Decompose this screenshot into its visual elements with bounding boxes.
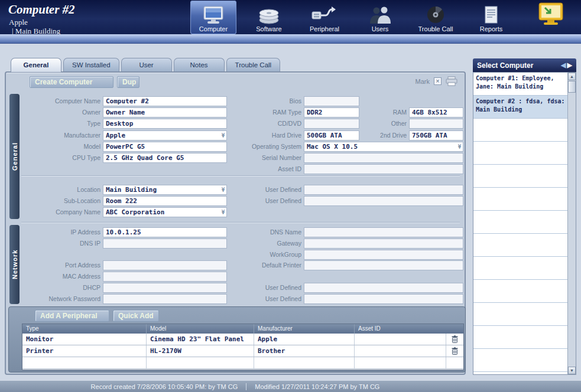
- scroll-up-icon[interactable]: ▲: [568, 73, 576, 80]
- nav-item-software[interactable]: Software: [246, 1, 292, 34]
- column-header-manufacturer: Manufacturer: [254, 324, 355, 334]
- bios-field[interactable]: [304, 96, 359, 106]
- list-item-empty[interactable]: [473, 165, 567, 188]
- scrollbar-thumb[interactable]: [568, 81, 576, 93]
- dropdown-chevron-icon[interactable]: ≫: [220, 133, 226, 138]
- serial-number-label: Serial Number: [245, 153, 301, 163]
- list-item-empty[interactable]: [473, 349, 567, 372]
- user-defined-label: User Defined: [245, 196, 301, 206]
- previous-record-icon[interactable]: ◀: [561, 61, 566, 69]
- section-general-bar: General: [9, 94, 20, 219]
- exit-computer-icon[interactable]: [537, 2, 564, 31]
- list-item-empty[interactable]: [473, 257, 567, 280]
- tab-user[interactable]: User: [121, 58, 172, 71]
- scrollbar[interactable]: ▲ ▼: [567, 73, 576, 374]
- port-address-field[interactable]: [103, 260, 227, 270]
- dns-ip-field[interactable]: [103, 239, 227, 249]
- list-item-selected[interactable]: Computer #2 : fdsa, fdsa: Main Building: [473, 96, 567, 119]
- column-header-asset-id: Asset ID: [355, 324, 463, 334]
- dropdown-chevron-icon[interactable]: ≫: [220, 210, 226, 214]
- list-item-empty[interactable]: [473, 188, 567, 211]
- status-text: Record created 7/28/2006 10:05:40 PM: by…: [5, 381, 466, 392]
- list-item-empty[interactable]: [473, 142, 567, 165]
- section-network-bar: Network: [9, 225, 20, 304]
- computer-icon: [202, 5, 225, 25]
- type-field[interactable]: Desktop: [103, 119, 227, 129]
- asset-id-field[interactable]: [304, 164, 463, 174]
- computer-name-field[interactable]: Computer #2: [103, 96, 227, 106]
- list-item[interactable]: Computer #1: Employee, Jane: Main Buildi…: [473, 73, 567, 96]
- cell-asset-id: [355, 334, 446, 345]
- list-item-empty[interactable]: [473, 234, 567, 257]
- next-record-icon[interactable]: ▶: [567, 61, 572, 69]
- quick-add-button[interactable]: Quick Add: [113, 310, 159, 322]
- list-item-empty[interactable]: [473, 303, 567, 326]
- table-row-empty[interactable]: [22, 357, 463, 369]
- default-printer-field[interactable]: [304, 260, 463, 270]
- other-field[interactable]: [409, 119, 463, 129]
- network-user-defined-2-field[interactable]: [304, 294, 463, 304]
- owner-field[interactable]: Owner Name: [103, 107, 227, 117]
- cd-dvd-field[interactable]: [304, 119, 359, 129]
- table-row[interactable]: Printer HL-2170W Brother: [22, 345, 463, 357]
- cpu-type-field[interactable]: 2.5 GHz Quad Core G5: [103, 153, 227, 163]
- print-icon[interactable]: [446, 76, 457, 86]
- nav-item-peripheral[interactable]: Peripheral: [301, 1, 348, 34]
- sub-location-field[interactable]: Room 222: [103, 196, 227, 206]
- create-computer-button[interactable]: Create Computer: [30, 76, 113, 88]
- dhcp-field[interactable]: [103, 283, 227, 293]
- nav-label: Software: [256, 25, 281, 32]
- computer-list: Computer #1: Employee, Jane: Main Buildi…: [473, 72, 576, 375]
- tab-general[interactable]: General: [11, 58, 61, 72]
- network-password-label: Network Password: [24, 294, 100, 304]
- ram-field[interactable]: 4GB 8x512: [409, 107, 463, 117]
- network-password-field[interactable]: [103, 294, 227, 304]
- list-item-empty[interactable]: [473, 119, 567, 142]
- model-field[interactable]: PowerPC G5: [103, 142, 227, 152]
- network-user-defined-1-field[interactable]: [304, 283, 463, 293]
- general-user-defined-2-field[interactable]: [304, 196, 463, 206]
- tab-trouble-call[interactable]: Trouble Call: [226, 58, 281, 71]
- header-gradient-strip: [0, 34, 581, 44]
- list-item-empty[interactable]: [473, 280, 567, 303]
- nav-item-computer[interactable]: Computer: [190, 1, 236, 34]
- tab-sw-installed[interactable]: SW Installed: [63, 58, 119, 71]
- nav-item-users[interactable]: Users: [357, 1, 403, 34]
- dropdown-chevron-icon[interactable]: ≫: [456, 144, 462, 149]
- list-item-empty[interactable]: [473, 326, 567, 349]
- workgroup-field[interactable]: [304, 250, 463, 260]
- hard-drive-field[interactable]: 500GB ATA: [304, 130, 359, 141]
- nav-item-reports[interactable]: Reports: [468, 1, 514, 34]
- ram-type-field[interactable]: DDR2: [304, 107, 359, 117]
- cd-dvd-label: CD/DVD: [245, 119, 301, 129]
- trash-cell: [446, 334, 463, 345]
- location-value: Main Building: [106, 186, 157, 194]
- add-peripheral-button[interactable]: Add A Peripheral: [35, 310, 109, 322]
- table-row[interactable]: Monitor Cinema HD 23" Flat Panel Apple: [22, 334, 463, 345]
- scrollbar-track[interactable]: [568, 93, 576, 367]
- dns-name-field[interactable]: [304, 227, 463, 237]
- dup-button[interactable]: Dup: [117, 76, 139, 88]
- nav-label: Trouble Call: [418, 25, 453, 32]
- list-item-empty[interactable]: [473, 211, 567, 234]
- tab-notes[interactable]: Notes: [174, 58, 225, 71]
- operating-system-field[interactable]: Mac OS X 10.5≫: [304, 142, 463, 152]
- delete-peripheral-icon[interactable]: [452, 347, 458, 355]
- location-field[interactable]: Main Building≫: [103, 185, 227, 195]
- serial-number-field[interactable]: [304, 153, 463, 163]
- mac-address-field[interactable]: [103, 272, 227, 282]
- general-user-defined-1-field[interactable]: [304, 185, 463, 195]
- manufacturer-field[interactable]: Apple≫: [103, 130, 227, 141]
- ip-address-field[interactable]: 10.0.1.25: [103, 227, 227, 237]
- second-drive-field[interactable]: 750GB ATA: [409, 130, 463, 141]
- company-name-field[interactable]: ABC Corporation≫: [103, 207, 227, 217]
- column-header-type: Type: [22, 324, 147, 334]
- usb-cable-icon: [311, 5, 337, 25]
- column-header-model: Model: [147, 324, 254, 334]
- scroll-down-icon[interactable]: ▼: [568, 367, 576, 374]
- mark-checkbox[interactable]: ×: [434, 77, 442, 85]
- delete-peripheral-icon[interactable]: [452, 335, 458, 343]
- gateway-field[interactable]: [304, 239, 463, 249]
- dropdown-chevron-icon[interactable]: ≫: [220, 187, 226, 192]
- nav-item-trouble-call[interactable]: Trouble Call: [413, 1, 459, 34]
